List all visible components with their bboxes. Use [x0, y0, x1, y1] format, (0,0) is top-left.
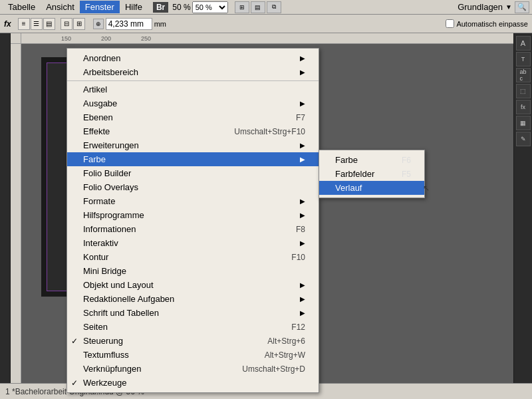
arrow-interaktiv: ▶	[300, 239, 305, 247]
ruler-vertical	[11, 44, 21, 383]
align-left-icon[interactable]: ≡	[18, 18, 30, 30]
ruler-mark-200: 200	[101, 35, 111, 42]
menu-item-ebenen[interactable]: Ebenen F7	[67, 110, 319, 124]
arrow-farbe: ▶	[300, 156, 305, 163]
zoom-display: 50 %	[172, 3, 190, 12]
distribute-icon[interactable]: ⊟	[61, 18, 72, 30]
arrow-schrift: ▶	[300, 309, 305, 317]
arrow-icon: ▶	[300, 55, 305, 62]
menu-item-objekt[interactable]: Objekt und Layout ▶	[67, 278, 319, 292]
auto-checkbox[interactable]	[446, 19, 454, 28]
menu-fenster[interactable]: Fenster	[80, 1, 120, 13]
menu-item-hilfsprogramme[interactable]: Hilfsprogramme ▶	[67, 208, 319, 222]
search-icon[interactable]: 🔍	[515, 1, 529, 13]
workspace-label: Grundlagen	[458, 2, 503, 12]
menu-item-folio-builder[interactable]: Folio Builder	[67, 166, 319, 180]
properties-bar: fx ≡ ☰ ▤ ⊟ ⊞ ⊕ mm Automatisch einpasse	[0, 15, 532, 33]
menu-item-mini-bridge[interactable]: Mini Bridge	[67, 264, 319, 278]
panel-icon-1[interactable]: A	[516, 36, 531, 51]
menu-item-ausgabe[interactable]: Ausgabe ▶	[67, 96, 319, 110]
toolbar-icon-2[interactable]: ▤	[251, 1, 265, 13]
auto-label: Automatisch einpasse	[456, 20, 528, 28]
panel-icon-4[interactable]: ⬚	[516, 84, 531, 98]
ruler-horizontal: 150 200 250	[21, 33, 513, 44]
menu-item-kontur[interactable]: Kontur F10	[67, 250, 319, 264]
panel-icon-3[interactable]: abc	[516, 68, 531, 82]
panel-icon-2[interactable]: T	[516, 52, 531, 66]
menu-item-folio-overlays[interactable]: Folio Overlays	[67, 180, 319, 194]
panel-icon-7[interactable]: ✎	[516, 132, 531, 146]
menu-ansicht[interactable]: Ansicht	[41, 1, 80, 13]
left-toolbar	[0, 33, 11, 383]
ruler-mark-250: 250	[141, 35, 151, 42]
menu-item-textumfluss[interactable]: Textumfluss Alt+Strg+W	[67, 348, 319, 362]
menu-item-effekte[interactable]: Effekte Umschalt+Strg+F10	[67, 124, 319, 138]
pos-icon: ⊕	[93, 19, 104, 29]
submenu-farbe[interactable]: Farbe F6	[319, 153, 424, 167]
arrow-hilfs: ▶	[300, 211, 305, 219]
menu-item-farbe[interactable]: Farbe ▶ Farbe F6 Farbfelder F5 Verlauf	[67, 152, 319, 166]
ruler-corner	[11, 33, 21, 44]
menu-item-informationen[interactable]: Informationen F8	[67, 222, 319, 236]
separator-1	[67, 80, 319, 81]
arrow-ausgabe: ▶	[300, 100, 305, 107]
arrow-objekt: ▶	[300, 281, 305, 289]
menu-item-seiten[interactable]: Seiten F12	[67, 320, 319, 334]
menu-item-arbeitsbereich[interactable]: Arbeitsbereich ▶	[67, 65, 319, 79]
farbe-submenu: Farbe F6 Farbfelder F5 Verlauf ↖	[319, 150, 425, 198]
menu-item-verknuepfungen[interactable]: Verknüpfungen Umschalt+Strg+D	[67, 362, 319, 376]
menu-item-schrift[interactable]: Schrift und Tabellen ▶	[67, 306, 319, 320]
arrow-icon-2: ▶	[300, 68, 305, 76]
menu-item-werkzeuge[interactable]: Werkzeuge	[67, 376, 319, 390]
ruler-mark-150: 150	[61, 35, 71, 42]
fx-label: fx	[4, 19, 11, 29]
fenster-menu: Anordnen ▶ Arbeitsbereich ▶ Artikel Ausg…	[66, 48, 319, 393]
toolbar-icon-1[interactable]: ⊞	[235, 1, 249, 13]
arrow-erw: ▶	[300, 142, 305, 149]
arrow-formate: ▶	[300, 198, 305, 205]
workspace-dropdown-icon[interactable]: ▼	[505, 3, 512, 11]
menu-item-artikel[interactable]: Artikel	[67, 82, 319, 96]
panel-icon-6[interactable]: ▦	[516, 116, 531, 130]
zoom-select[interactable]: 50 %75 %100 %	[192, 1, 228, 13]
menu-item-interaktiv[interactable]: Interaktiv ▶	[67, 236, 319, 250]
panel-icon-5[interactable]: fx	[516, 100, 531, 114]
align-right-icon[interactable]: ▤	[43, 18, 55, 30]
toolbar-icon-3[interactable]: ⧉	[267, 1, 281, 13]
cursor-icon: ↖	[423, 184, 430, 193]
position-input[interactable]	[106, 18, 152, 30]
submenu-verlauf[interactable]: Verlauf ↖	[319, 181, 424, 195]
bridge-button[interactable]: Br	[153, 2, 168, 13]
menu-item-erweiterungen[interactable]: Erweiterungen ▶	[67, 138, 319, 152]
menu-bar: Tabelle Ansicht Fenster Hilfe Br 50 % 50…	[0, 0, 532, 15]
menu-hilfe[interactable]: Hilfe	[120, 1, 148, 13]
menu-tabelle[interactable]: Tabelle	[3, 1, 41, 13]
align-center-icon[interactable]: ☰	[31, 18, 43, 30]
menu-item-steuerung[interactable]: Steuerung Alt+Strg+6	[67, 334, 319, 348]
unit-label: mm	[154, 20, 166, 28]
distribute2-icon[interactable]: ⊞	[73, 18, 85, 30]
menu-item-anordnen[interactable]: Anordnen ▶	[67, 51, 319, 65]
arrow-red: ▶	[300, 295, 305, 303]
right-panel: A T abc ⬚ fx ▦ ✎	[513, 33, 532, 383]
menu-item-redaktionelle[interactable]: Redaktionelle Aufgaben ▶	[67, 292, 319, 306]
submenu-farbfelder[interactable]: Farbfelder F5	[319, 167, 424, 181]
menu-item-formate[interactable]: Formate ▶	[67, 194, 319, 208]
